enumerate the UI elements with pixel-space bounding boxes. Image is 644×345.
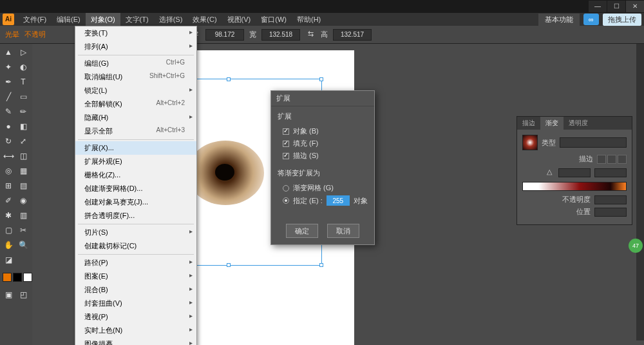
- magic-wand-tool[interactable]: ✦: [1, 60, 15, 74]
- menu-item[interactable]: 混合(B): [75, 283, 196, 297]
- menu-item[interactable]: 隐藏(H): [75, 111, 196, 124]
- fill-swatch[interactable]: [3, 273, 12, 282]
- menu-item[interactable]: 创建对象马赛克(J)...: [75, 195, 196, 209]
- ok-button[interactable]: 确定: [286, 224, 318, 238]
- constrain-icon[interactable]: ⇆: [305, 30, 316, 40]
- menu-item[interactable]: 切片(S): [75, 226, 196, 239]
- radio-specify[interactable]: [283, 197, 289, 204]
- direct-select-tool[interactable]: ▷: [16, 45, 30, 59]
- type-tool[interactable]: T: [16, 75, 30, 89]
- stroke-mode-2-icon[interactable]: [607, 155, 616, 164]
- draw-mode-tool[interactable]: ◰: [16, 288, 30, 302]
- close-button[interactable]: ✕: [626, 1, 644, 12]
- menu-item[interactable]: 创建裁切标记(C): [75, 239, 196, 253]
- zoom-tool[interactable]: 🔍: [16, 238, 30, 252]
- minimize-button[interactable]: —: [589, 1, 607, 12]
- menu-item[interactable]: 封套扭曲(V): [75, 297, 196, 310]
- dialog-title[interactable]: 扩展: [271, 91, 374, 106]
- aspect-input[interactable]: [594, 168, 627, 177]
- radio-gradient-mesh[interactable]: [283, 185, 289, 192]
- blend-tool[interactable]: ◉: [16, 193, 30, 208]
- menu-item[interactable]: 变换(T): [75, 26, 196, 40]
- scale-tool[interactable]: ⤢: [16, 134, 30, 148]
- checkbox-object[interactable]: [283, 128, 289, 135]
- menu-item[interactable]: 图像描摹: [75, 337, 196, 345]
- handle-tr[interactable]: [319, 77, 323, 81]
- fill-stroke-toggle[interactable]: ◪: [1, 253, 15, 267]
- cloud-icon[interactable]: ∞: [583, 14, 599, 25]
- height-input[interactable]: [333, 29, 372, 41]
- menu-item[interactable]: 扩展(X)...: [75, 141, 196, 155]
- blob-brush-tool[interactable]: ●: [1, 119, 15, 133]
- maximize-button[interactable]: ☐: [607, 1, 625, 12]
- symbol-sprayer-tool[interactable]: ✱: [1, 208, 15, 222]
- right-dock[interactable]: [636, 44, 644, 340]
- rectangle-tool[interactable]: ▭: [16, 90, 30, 104]
- tab-stroke[interactable]: 描边: [517, 117, 540, 130]
- handle-tc[interactable]: [227, 77, 231, 81]
- menu-item[interactable]: 实时上色(N): [75, 324, 196, 337]
- menu-item[interactable]: 图案(E): [75, 270, 196, 283]
- cancel-button[interactable]: 取消: [327, 224, 359, 238]
- tab-transparency[interactable]: 透明度: [564, 117, 593, 130]
- lasso-tool[interactable]: ◐: [16, 60, 30, 74]
- menu-window[interactable]: 窗口(W): [256, 13, 292, 26]
- none-swatch[interactable]: [23, 273, 32, 282]
- assist-badge[interactable]: 47: [629, 239, 643, 253]
- checkbox-stroke[interactable]: [283, 153, 289, 159]
- y-input[interactable]: [205, 29, 244, 41]
- menu-item[interactable]: 创建渐变网格(D)...: [75, 182, 196, 195]
- stop-position-input[interactable]: [594, 208, 627, 217]
- menu-effect[interactable]: 效果(C): [187, 13, 222, 26]
- menu-object[interactable]: 对象(O): [86, 13, 120, 26]
- menu-type[interactable]: 文字(T): [120, 13, 154, 26]
- menu-item[interactable]: 路径(P): [75, 256, 196, 270]
- hand-tool[interactable]: ✋: [1, 238, 15, 252]
- menu-edit[interactable]: 编辑(E): [52, 13, 86, 26]
- menu-file[interactable]: 文件(F): [18, 13, 52, 26]
- mesh-tool[interactable]: ⊞: [1, 179, 15, 193]
- gradient-tool[interactable]: ▤: [16, 179, 30, 193]
- tab-gradient[interactable]: 渐变: [540, 117, 564, 130]
- specify-input[interactable]: [327, 195, 350, 206]
- menu-item[interactable]: 锁定(L): [75, 84, 196, 97]
- width-input[interactable]: [261, 29, 300, 41]
- graph-tool[interactable]: ▥: [16, 208, 30, 222]
- slice-tool[interactable]: ✂: [16, 223, 30, 237]
- angle-input[interactable]: [558, 168, 591, 177]
- rotate-tool[interactable]: ↻: [1, 134, 15, 148]
- menu-item[interactable]: 透视(P): [75, 310, 196, 324]
- artboard-tool[interactable]: ▢: [1, 223, 15, 237]
- screen-mode-tool[interactable]: ▣: [1, 288, 15, 302]
- gradient-slider[interactable]: [522, 182, 627, 191]
- eraser-tool[interactable]: ◧: [16, 119, 30, 133]
- menu-item[interactable]: 全部解锁(K)Alt+Ctrl+2: [75, 97, 196, 111]
- perspective-tool[interactable]: ▦: [16, 164, 30, 178]
- pencil-tool[interactable]: ✏: [16, 104, 30, 119]
- stroke-mode-1-icon[interactable]: [597, 155, 606, 164]
- menu-item[interactable]: 扩展外观(E): [75, 155, 196, 168]
- menu-view[interactable]: 视图(V): [222, 13, 256, 26]
- shape-builder-tool[interactable]: ◎: [1, 164, 15, 178]
- handle-br[interactable]: [319, 263, 323, 267]
- free-transform-tool[interactable]: ◫: [16, 149, 30, 163]
- menu-select[interactable]: 选择(S): [154, 13, 188, 26]
- menu-item[interactable]: 编组(G)Ctrl+G: [75, 57, 196, 70]
- menu-item[interactable]: 取消编组(U)Shift+Ctrl+G: [75, 70, 196, 84]
- line-tool[interactable]: ╱: [1, 90, 15, 104]
- workspace-switcher[interactable]: 基本功能: [538, 14, 580, 26]
- selection-tool[interactable]: ▲: [1, 45, 15, 59]
- upload-button[interactable]: 拖拽上传: [603, 14, 641, 26]
- gradient-thumbnail[interactable]: [522, 135, 538, 150]
- menu-item[interactable]: 栅格化(Z)...: [75, 168, 196, 182]
- stroke-swatch[interactable]: [13, 273, 22, 282]
- brush-tool[interactable]: ✎: [1, 104, 15, 119]
- gradient-type-select[interactable]: [560, 137, 627, 148]
- pen-tool[interactable]: ✒: [1, 75, 15, 89]
- menu-item[interactable]: 排列(A): [75, 40, 196, 54]
- checkbox-fill[interactable]: [283, 141, 289, 147]
- menu-item[interactable]: 拼合透明度(F)...: [75, 209, 196, 222]
- stroke-mode-3-icon[interactable]: [618, 155, 627, 164]
- width-tool[interactable]: ⟷: [1, 149, 15, 163]
- eyedropper-tool[interactable]: ✐: [1, 193, 15, 208]
